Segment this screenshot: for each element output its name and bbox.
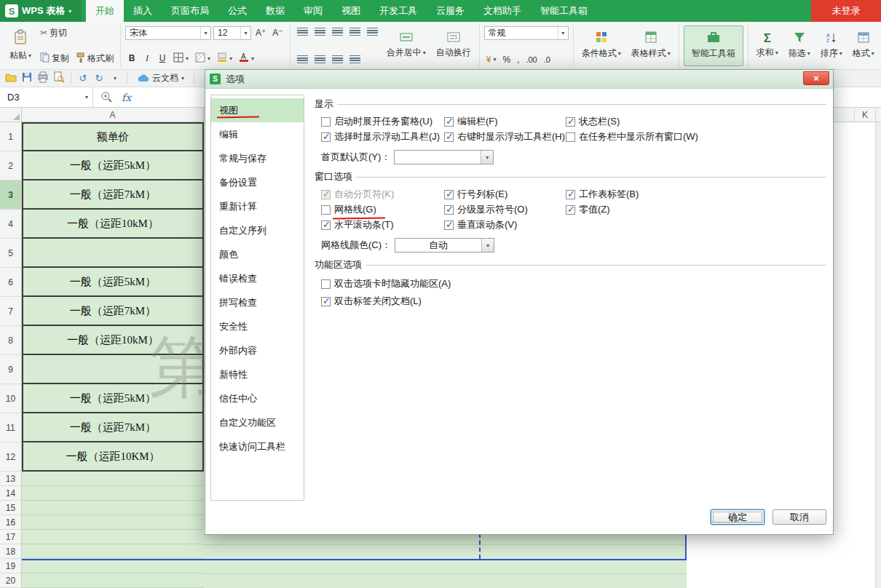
new-file-button[interactable] — [4, 71, 18, 86]
row-header[interactable]: 15 — [0, 501, 22, 515]
dialog-sidebar-item[interactable]: 快速访问工具栏 — [211, 434, 304, 458]
cell[interactable] — [22, 573, 204, 588]
comma-button[interactable]: , — [515, 54, 521, 65]
dialog-sidebar-item[interactable]: 新特性 — [211, 362, 304, 386]
decrease-decimal-button[interactable]: .0 — [542, 55, 553, 65]
cell[interactable]: 一般（运距7kM） — [22, 413, 204, 442]
row-header[interactable]: 19 — [0, 559, 22, 573]
row-header[interactable]: 18 — [0, 544, 22, 559]
menu-tab[interactable]: 插入 — [124, 0, 162, 22]
dialog-sidebar-item[interactable]: 外部内容 — [211, 338, 304, 362]
cut-button[interactable]: ✂ 剪切 — [38, 26, 116, 40]
dialog-titlebar[interactable]: S 选项 — [205, 70, 833, 89]
dialog-sidebar-item[interactable]: 编辑 — [211, 122, 304, 146]
menu-tab[interactable]: 智能工具箱 — [531, 0, 597, 22]
cell[interactable] — [22, 515, 204, 530]
row-header[interactable]: 17 — [0, 530, 22, 544]
dialog-sidebar-item[interactable]: 信任中心 — [211, 386, 304, 410]
option-checkbox[interactable]: 水平滚动条(T) — [321, 219, 444, 231]
menu-tab[interactable]: 开发工具 — [370, 0, 427, 22]
toolbar-more-button[interactable]: ▾ — [108, 71, 122, 86]
cell[interactable] — [22, 530, 204, 544]
option-checkbox[interactable]: 启动时展开任务窗格(U) — [321, 116, 444, 127]
cell[interactable] — [22, 559, 204, 573]
option-checkbox[interactable]: 分级显示符号(O) — [444, 204, 566, 215]
menu-tab[interactable]: 数据 — [256, 0, 294, 22]
cell[interactable]: 一般（运距7kM） — [22, 180, 204, 210]
cell[interactable]: 一般（运距5kM） — [22, 268, 204, 297]
save-button[interactable] — [20, 71, 34, 86]
increase-indent-button[interactable] — [365, 26, 380, 38]
conditional-format-button[interactable]: 条件格式▾ — [578, 25, 625, 67]
increase-font-button[interactable]: A⁺ — [253, 27, 268, 39]
decrease-font-button[interactable]: A⁻ — [270, 27, 285, 39]
row-header[interactable]: 1 — [0, 122, 22, 151]
row-header[interactable]: 4 — [0, 210, 22, 239]
justify-button[interactable] — [347, 54, 363, 65]
cell[interactable]: 一般（运距7kM） — [22, 297, 204, 326]
row-header[interactable]: 9 — [0, 355, 22, 384]
cancel-button[interactable]: 取消 — [773, 509, 826, 525]
option-checkbox[interactable]: 网格线(G) — [321, 204, 444, 215]
vertical-scrollbar[interactable] — [875, 122, 881, 588]
smart-toolbox-button[interactable]: 智能工具箱 — [684, 25, 743, 66]
decrease-indent-button[interactable] — [347, 26, 363, 38]
option-checkbox[interactable]: 状态栏(S) — [566, 116, 826, 127]
option-checkbox[interactable]: 选择时显示浮动工具栏(J) — [321, 131, 444, 143]
row-header[interactable]: 12 — [0, 442, 22, 472]
merge-center-button[interactable]: 合并居中▾ — [383, 25, 430, 67]
option-checkbox[interactable]: 行号列标(E) — [444, 188, 566, 200]
format-button[interactable]: 格式▾ — [849, 25, 878, 67]
gridline-color-select[interactable]: 自动 ▾ — [395, 238, 494, 253]
row-header[interactable]: 8 — [0, 326, 22, 355]
row-header[interactable]: 7 — [0, 297, 22, 326]
select-all-corner[interactable] — [0, 108, 22, 122]
valign-top-button[interactable] — [295, 26, 310, 38]
row-header[interactable]: 2 — [0, 151, 22, 180]
cell[interactable]: 额单价 — [22, 122, 204, 151]
option-checkbox[interactable]: 工作表标签(B) — [566, 188, 826, 200]
option-checkbox[interactable]: 自动分页符(K) — [321, 188, 444, 200]
app-logo[interactable]: S WPS 表格 ▾ — [0, 0, 82, 22]
number-format-select[interactable]: 常规 ▾ — [484, 26, 569, 40]
row-header[interactable]: 16 — [0, 515, 22, 530]
row-header[interactable]: 6 — [0, 268, 22, 297]
align-right-button[interactable] — [330, 54, 345, 65]
increase-decimal-button[interactable]: .00 — [524, 55, 539, 65]
percent-button[interactable]: % — [500, 54, 513, 65]
redo-button[interactable]: ↻ — [92, 71, 106, 86]
chevron-down-icon[interactable]: ▾ — [481, 239, 494, 252]
table-style-button[interactable]: 表格样式▾ — [628, 25, 674, 67]
row-header[interactable]: 10 — [0, 384, 22, 413]
valign-bottom-button[interactable] — [330, 26, 345, 38]
wrap-text-button[interactable]: 自动换行 — [432, 25, 475, 67]
row-header[interactable]: 20 — [0, 573, 22, 588]
chevron-down-icon[interactable]: ▾ — [481, 151, 493, 164]
option-checkbox[interactable]: 双击标签关闭文档(L) — [321, 295, 826, 307]
cell[interactable] — [22, 486, 204, 501]
row-header[interactable]: 14 — [0, 486, 22, 501]
paste-button[interactable]: 粘贴▾ — [6, 25, 35, 67]
cell[interactable]: 一般（运距10kM） — [22, 210, 204, 239]
dialog-sidebar-item[interactable]: 备份设置 — [211, 170, 304, 194]
underline-button[interactable]: U — [156, 52, 169, 65]
menu-tab[interactable]: 公式 — [218, 0, 256, 22]
dialog-close-button[interactable]: × — [803, 71, 829, 85]
insert-function-button[interactable]: fx — [122, 92, 131, 103]
column-header-k[interactable]: K — [854, 108, 876, 122]
option-checkbox[interactable]: 双击选项卡时隐藏功能区(A) — [321, 278, 826, 290]
dialog-sidebar-item[interactable]: 安全性 — [211, 314, 304, 338]
cell[interactable] — [22, 239, 204, 268]
valign-middle-button[interactable] — [312, 26, 328, 38]
dialog-sidebar-item[interactable]: 自定义序列 — [211, 218, 304, 242]
font-color-button[interactable]: A ▾ — [237, 52, 256, 65]
align-left-button[interactable] — [295, 54, 310, 65]
column-header-a[interactable]: A — [22, 108, 204, 122]
login-button[interactable]: 未登录 — [811, 0, 881, 22]
row-header[interactable]: 5 — [0, 239, 22, 268]
cell[interactable]: 一般（运距5kM） — [22, 151, 204, 180]
align-center-button[interactable] — [312, 54, 328, 65]
print-preview-button[interactable] — [52, 71, 66, 86]
filter-button[interactable]: 筛选▾ — [785, 25, 814, 67]
homepage-select[interactable]: ▾ — [394, 150, 494, 164]
